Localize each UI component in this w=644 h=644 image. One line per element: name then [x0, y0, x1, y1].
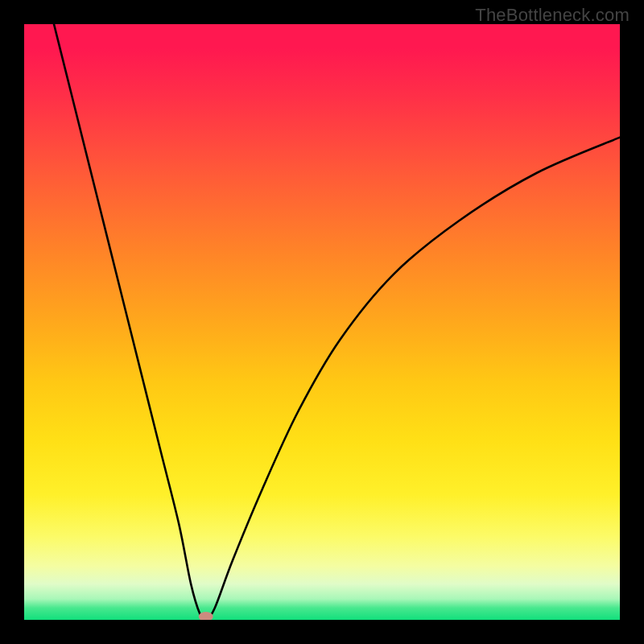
watermark-text: TheBottleneck.com	[475, 5, 630, 26]
chart-svg	[24, 24, 620, 620]
bottleneck-curve-line	[54, 24, 620, 620]
plot-area	[24, 24, 620, 620]
bottleneck-point-marker	[199, 612, 213, 620]
